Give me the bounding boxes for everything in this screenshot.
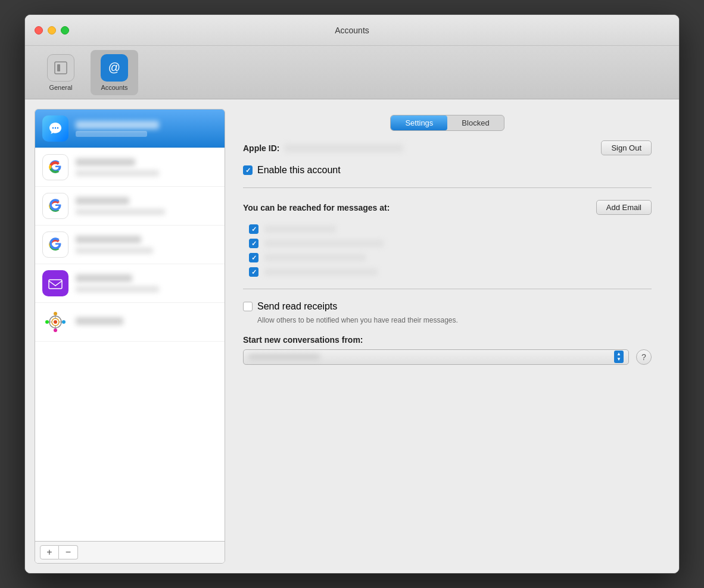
reach-label: You can be reached for messages at: bbox=[243, 203, 390, 212]
email-list bbox=[243, 224, 652, 277]
add-email-button[interactable]: Add Email bbox=[596, 200, 652, 215]
dropdown-row: ▲ ▼ ? bbox=[243, 349, 652, 365]
start-conv-dropdown[interactable]: ▲ ▼ bbox=[243, 349, 629, 365]
read-receipts-checkbox[interactable] bbox=[243, 302, 253, 311]
main-window: Accounts General @ Accounts bbox=[24, 14, 680, 574]
sidebar-item-bonjour-text bbox=[76, 317, 123, 327]
help-button[interactable]: ? bbox=[636, 349, 652, 365]
sidebar-item-google3-text bbox=[76, 236, 153, 254]
toolbar-accounts[interactable]: @ Accounts bbox=[91, 50, 138, 95]
traffic-lights bbox=[35, 26, 69, 35]
email-text-4 bbox=[264, 268, 378, 276]
enable-account-label: Enable this account bbox=[257, 165, 341, 176]
divider-1 bbox=[243, 187, 652, 188]
email-text-2 bbox=[264, 240, 384, 247]
zoom-button[interactable] bbox=[61, 26, 69, 35]
tab-blocked[interactable]: Blocked bbox=[447, 115, 503, 130]
sidebar-item-google3[interactable] bbox=[35, 226, 225, 264]
sidebar-list bbox=[35, 110, 225, 541]
main-content: + − Settings Blocked Apple ID: Sign Out bbox=[25, 99, 679, 573]
sidebar-item-google1-text bbox=[76, 158, 159, 176]
sidebar-item-google2-text bbox=[76, 197, 165, 215]
svg-point-13 bbox=[54, 329, 57, 332]
email-item-4 bbox=[249, 267, 652, 277]
general-label: General bbox=[49, 84, 72, 91]
svg-point-12 bbox=[45, 320, 49, 324]
sidebar-item-imessage-text bbox=[76, 121, 159, 137]
email-text-3 bbox=[264, 254, 366, 261]
remove-account-button[interactable]: − bbox=[59, 545, 78, 559]
svg-rect-6 bbox=[49, 280, 62, 289]
svg-point-5 bbox=[57, 127, 58, 129]
apple-id-row: Apple ID: Sign Out bbox=[243, 140, 652, 155]
dropdown-value bbox=[248, 354, 320, 360]
enable-account-row: Enable this account bbox=[243, 165, 652, 176]
email-checkbox-2[interactable] bbox=[249, 239, 258, 248]
imessage-detail bbox=[76, 131, 147, 137]
email-checkbox-3[interactable] bbox=[249, 253, 258, 262]
start-conv-section: Start new conversations from: ▲ ▼ ? bbox=[243, 335, 652, 365]
svg-rect-0 bbox=[55, 62, 67, 74]
sidebar-item-google2[interactable] bbox=[35, 187, 225, 226]
bonjour-icon bbox=[42, 309, 68, 335]
tab-settings[interactable]: Settings bbox=[391, 115, 447, 130]
email-item-1 bbox=[249, 224, 652, 234]
sidebar-item-imessage[interactable] bbox=[35, 110, 225, 148]
google1-icon bbox=[42, 154, 68, 180]
sidebar: + − bbox=[35, 109, 225, 564]
sign-out-button[interactable]: Sign Out bbox=[601, 140, 652, 155]
right-panel: Settings Blocked Apple ID: Sign Out Enab… bbox=[225, 109, 669, 564]
email-checkbox-4[interactable] bbox=[249, 267, 258, 277]
segmented-control: Settings Blocked bbox=[390, 115, 504, 131]
email-item-2 bbox=[249, 239, 652, 248]
general-icon bbox=[47, 54, 74, 82]
sidebar-item-bonjour[interactable] bbox=[35, 303, 225, 342]
google2-icon bbox=[42, 193, 68, 219]
svg-text:@: @ bbox=[108, 61, 120, 74]
reach-header: You can be reached for messages at: Add … bbox=[243, 200, 652, 215]
email-item-3 bbox=[249, 253, 652, 262]
read-receipts-label: Send read receipts bbox=[257, 301, 337, 312]
toolbar-general[interactable]: General bbox=[37, 50, 85, 95]
toolbar: General @ Accounts bbox=[25, 46, 679, 99]
sidebar-item-email[interactable] bbox=[35, 264, 225, 303]
sidebar-footer: + − bbox=[35, 541, 225, 563]
apple-id-value bbox=[284, 144, 403, 152]
svg-rect-1 bbox=[57, 64, 60, 71]
svg-point-9 bbox=[54, 320, 57, 324]
svg-point-11 bbox=[62, 320, 66, 324]
imessage-name bbox=[76, 121, 159, 129]
sidebar-item-email-text bbox=[76, 274, 159, 292]
accounts-label: Accounts bbox=[101, 84, 127, 91]
svg-point-3 bbox=[52, 127, 54, 129]
sidebar-item-google1[interactable] bbox=[35, 148, 225, 187]
dropdown-arrows-icon: ▲ ▼ bbox=[614, 351, 624, 363]
email-text-1 bbox=[264, 226, 336, 233]
title-bar: Accounts bbox=[25, 15, 679, 46]
start-conv-label: Start new conversations from: bbox=[243, 335, 652, 345]
read-receipts-row: Send read receipts bbox=[243, 301, 652, 312]
divider-2 bbox=[243, 289, 652, 289]
minimize-button[interactable] bbox=[48, 26, 56, 35]
close-button[interactable] bbox=[35, 26, 43, 35]
add-account-button[interactable]: + bbox=[40, 545, 59, 559]
email-checkbox-1[interactable] bbox=[249, 224, 258, 234]
accounts-icon: @ bbox=[101, 54, 128, 82]
enable-account-checkbox[interactable] bbox=[243, 165, 253, 175]
imessage-icon bbox=[42, 115, 68, 142]
svg-point-4 bbox=[55, 127, 56, 129]
apple-id-left: Apple ID: bbox=[243, 143, 403, 153]
google3-icon bbox=[42, 232, 68, 258]
window-title: Accounts bbox=[335, 26, 369, 35]
read-receipts-desc: Allow others to be notified when you hav… bbox=[243, 315, 652, 326]
read-receipts-section: Send read receipts Allow others to be no… bbox=[243, 301, 652, 326]
email-icon bbox=[42, 270, 68, 296]
apple-id-label: Apple ID: bbox=[243, 143, 279, 153]
svg-point-10 bbox=[54, 312, 57, 315]
